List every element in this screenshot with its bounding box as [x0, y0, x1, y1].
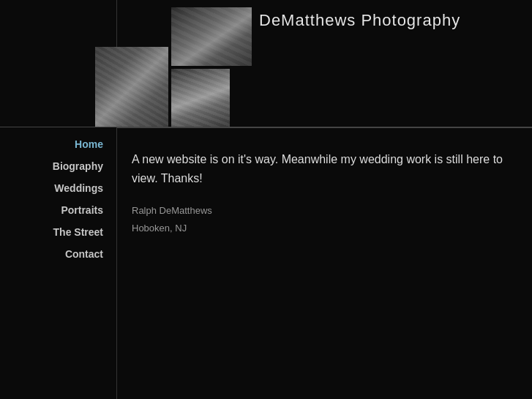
author-name: Ralph DeMatthews [132, 202, 514, 219]
header-title-area: DeMatthews Photography [259, 7, 460, 30]
sidebar-item-contact[interactable]: Contact [65, 245, 103, 263]
sidebar-item-biography[interactable]: Biography [53, 157, 103, 175]
hero-photo [95, 47, 168, 127]
header-images [117, 7, 252, 127]
author-location: Hoboken, NJ [132, 220, 514, 236]
sidebar-nav: Home Biography Weddings Portraits The St… [0, 135, 116, 263]
site-title: DeMatthews Photography [259, 11, 460, 30]
thumb-photo-2 [171, 69, 230, 127]
thumb-photo-1 [171, 7, 252, 66]
main-content: A new website is on it's way. Meanwhile … [117, 128, 532, 399]
main-area: DeMatthews Photography A new website is … [117, 0, 532, 399]
sidebar-item-home[interactable]: Home [75, 135, 103, 153]
sidebar-item-portraits[interactable]: Portraits [61, 201, 103, 219]
header-divider [0, 127, 532, 127]
sidebar-item-weddings[interactable]: Weddings [54, 179, 103, 197]
main-message: A new website is on it's way. Meanwhile … [132, 150, 512, 187]
app-layout: Home Biography Weddings Portraits The St… [0, 0, 532, 399]
header: DeMatthews Photography [117, 0, 532, 128]
sidebar-item-the-street[interactable]: The Street [53, 223, 103, 241]
author-info: Ralph DeMatthews Hoboken, NJ [132, 202, 514, 236]
